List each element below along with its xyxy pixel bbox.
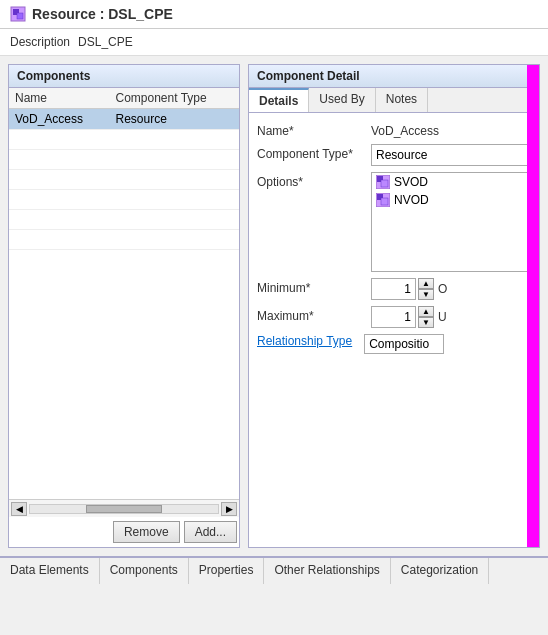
name-value: VoD_Access bbox=[371, 121, 439, 138]
components-panel-header: Components bbox=[9, 65, 239, 88]
component-type-cell bbox=[109, 190, 239, 210]
component-type-label: Component Type* bbox=[257, 144, 367, 161]
options-field-row: Options* SVODNVOD bbox=[257, 172, 531, 272]
bottom-tab-data-elements[interactable]: Data Elements bbox=[0, 558, 100, 584]
detail-panel-header: Component Detail bbox=[249, 65, 539, 88]
table-row[interactable]: VoD_AccessResource bbox=[9, 109, 239, 130]
bottom-tab-other-relationships[interactable]: Other Relationships bbox=[264, 558, 390, 584]
option-item[interactable]: NVOD bbox=[372, 191, 530, 209]
component-type-cell bbox=[109, 230, 239, 250]
option-label: SVOD bbox=[394, 175, 428, 189]
description-row: Description DSL_CPE bbox=[0, 29, 548, 56]
component-type-cell bbox=[109, 130, 239, 150]
detail-tabs-bar: Details Used By Notes bbox=[249, 88, 539, 113]
minimum-field-row: Minimum* ▲ ▼ O bbox=[257, 278, 531, 300]
tab-used-by[interactable]: Used By bbox=[309, 88, 375, 112]
options-list[interactable]: SVODNVOD bbox=[371, 172, 531, 272]
component-name-cell bbox=[9, 130, 109, 150]
minimum-input[interactable] bbox=[371, 278, 416, 300]
maximum-label: Maximum* bbox=[257, 306, 367, 323]
col-header-type: Component Type bbox=[109, 88, 239, 109]
maximum-spinner: ▲ ▼ U bbox=[371, 306, 447, 328]
bottom-tabs: Data ElementsComponentsPropertiesOther R… bbox=[0, 556, 548, 584]
title-bar: Resource : DSL_CPE bbox=[0, 0, 548, 29]
svg-rect-5 bbox=[381, 180, 388, 187]
component-name-cell bbox=[9, 170, 109, 190]
component-type-input[interactable] bbox=[371, 144, 531, 166]
svod-icon bbox=[376, 175, 390, 189]
table-row[interactable] bbox=[9, 130, 239, 150]
main-content: Components Name Component Type VoD_Acces… bbox=[0, 56, 548, 556]
table-row[interactable] bbox=[9, 150, 239, 170]
option-item[interactable]: SVOD bbox=[372, 173, 530, 191]
table-row[interactable] bbox=[9, 170, 239, 190]
relationship-type-value: Compositio bbox=[364, 334, 444, 354]
maximum-up-button[interactable]: ▲ bbox=[418, 306, 434, 317]
svg-rect-2 bbox=[17, 13, 23, 19]
magenta-accent-bar bbox=[527, 65, 539, 547]
component-name-cell bbox=[9, 190, 109, 210]
component-type-field-row: Component Type* bbox=[257, 144, 531, 166]
options-label: Options* bbox=[257, 172, 367, 189]
components-table-container: Name Component Type VoD_AccessResource bbox=[9, 88, 239, 499]
name-field-row: Name* VoD_Access bbox=[257, 121, 531, 138]
col-header-name: Name bbox=[9, 88, 109, 109]
minimum-label: Minimum* bbox=[257, 278, 367, 295]
detail-content: Name* VoD_Access Component Type* Options… bbox=[249, 113, 539, 547]
component-detail-panel: Component Detail Details Used By Notes N… bbox=[248, 64, 540, 548]
minimum-suffix: O bbox=[438, 282, 447, 296]
svg-rect-8 bbox=[381, 198, 388, 205]
maximum-spinner-buttons: ▲ ▼ bbox=[418, 306, 434, 328]
name-label: Name* bbox=[257, 121, 367, 138]
component-name-cell: VoD_Access bbox=[9, 109, 109, 130]
minimum-down-button[interactable]: ▼ bbox=[418, 289, 434, 300]
maximum-input[interactable] bbox=[371, 306, 416, 328]
tab-notes[interactable]: Notes bbox=[376, 88, 428, 112]
page-title: Resource : DSL_CPE bbox=[32, 6, 173, 22]
option-label: NVOD bbox=[394, 193, 429, 207]
maximum-field-row: Maximum* ▲ ▼ U bbox=[257, 306, 531, 328]
resource-icon bbox=[10, 6, 26, 22]
maximum-suffix: U bbox=[438, 310, 447, 324]
minimum-spinner-buttons: ▲ ▼ bbox=[418, 278, 434, 300]
tab-details[interactable]: Details bbox=[249, 88, 309, 112]
component-name-cell bbox=[9, 210, 109, 230]
bottom-tab-categorization[interactable]: Categorization bbox=[391, 558, 489, 584]
description-label: Description bbox=[10, 35, 70, 49]
components-buttons-row: Remove Add... bbox=[9, 517, 239, 547]
component-type-cell: Resource bbox=[109, 109, 239, 130]
scroll-left-button[interactable]: ◀ bbox=[11, 502, 27, 516]
nvod-icon bbox=[376, 193, 390, 207]
maximum-down-button[interactable]: ▼ bbox=[418, 317, 434, 328]
scroll-thumb bbox=[86, 505, 161, 513]
scroll-right-button[interactable]: ▶ bbox=[221, 502, 237, 516]
table-row[interactable] bbox=[9, 230, 239, 250]
component-name-cell bbox=[9, 230, 109, 250]
component-type-cell bbox=[109, 210, 239, 230]
relationship-type-field-row: Relationship Type Compositio bbox=[257, 334, 531, 354]
description-value: DSL_CPE bbox=[78, 35, 133, 49]
components-table: Name Component Type VoD_AccessResource bbox=[9, 88, 239, 250]
component-type-cell bbox=[109, 150, 239, 170]
bottom-tab-properties[interactable]: Properties bbox=[189, 558, 265, 584]
component-name-cell bbox=[9, 150, 109, 170]
table-row[interactable] bbox=[9, 190, 239, 210]
minimum-spinner: ▲ ▼ O bbox=[371, 278, 447, 300]
component-type-cell bbox=[109, 170, 239, 190]
components-panel: Components Name Component Type VoD_Acces… bbox=[8, 64, 240, 548]
minimum-up-button[interactable]: ▲ bbox=[418, 278, 434, 289]
add-button[interactable]: Add... bbox=[184, 521, 237, 543]
relationship-type-link[interactable]: Relationship Type bbox=[257, 334, 352, 348]
table-row[interactable] bbox=[9, 210, 239, 230]
bottom-tab-components[interactable]: Components bbox=[100, 558, 189, 584]
scroll-track[interactable] bbox=[29, 504, 219, 514]
horizontal-scrollbar[interactable]: ◀ ▶ bbox=[9, 499, 239, 517]
remove-button[interactable]: Remove bbox=[113, 521, 180, 543]
